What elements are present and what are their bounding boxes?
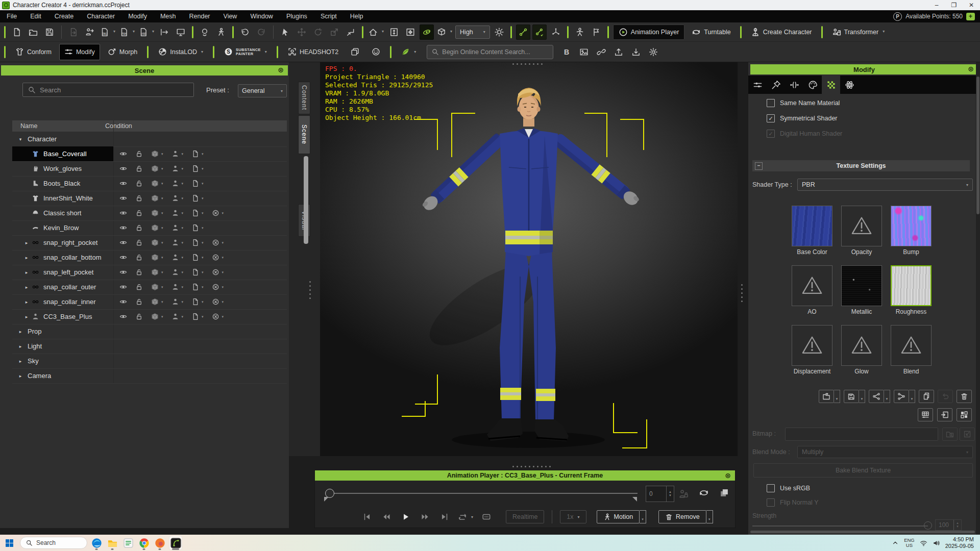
load-texture-button[interactable] xyxy=(819,390,834,403)
eye-toggle[interactable] xyxy=(119,194,127,202)
lock-toggle[interactable] xyxy=(135,165,143,172)
undo-button[interactable] xyxy=(238,24,252,40)
tree-row-character[interactable]: ▾Character xyxy=(12,132,287,147)
taskbar-app-edge[interactable] xyxy=(90,536,103,550)
expand-icon[interactable]: ▸ xyxy=(17,373,23,379)
texture-channel-metallic[interactable]: Metallic xyxy=(841,265,882,315)
texture-thumbnail[interactable] xyxy=(891,325,932,366)
uv-settings-button[interactable] xyxy=(918,408,933,421)
hidden-icons-chevron[interactable] xyxy=(892,539,899,546)
add-points-button[interactable]: + xyxy=(966,13,975,20)
copy-texture-button[interactable] xyxy=(919,390,934,403)
tree-row-kevin-brow[interactable]: Kevin_Brow▾▾▾ xyxy=(12,220,287,236)
page-toggle[interactable]: ▾ xyxy=(191,224,204,232)
page-toggle[interactable]: ▾ xyxy=(191,268,204,276)
collapse-icon[interactable]: ▾ xyxy=(17,137,23,142)
share-texture-button[interactable] xyxy=(894,390,909,403)
splitter-handle-right[interactable] xyxy=(741,284,743,302)
go-to-end-button[interactable] xyxy=(437,509,452,524)
tab-morph[interactable] xyxy=(785,76,803,94)
conform-tab[interactable]: Conform xyxy=(11,44,56,60)
tab-attributes[interactable] xyxy=(748,76,767,94)
texture-channel-displacement[interactable]: Displacement xyxy=(792,325,832,375)
language-indicator[interactable]: ENGUS xyxy=(904,538,915,548)
taskbar-app-chrome[interactable] xyxy=(137,536,151,550)
go-to-start-button[interactable] xyxy=(360,509,374,524)
texture-thumbnail[interactable] xyxy=(792,325,832,366)
tree-row-base-coverall[interactable]: Base_Coverall▾▾▾ xyxy=(12,146,287,162)
personf-toggle[interactable]: ▾ xyxy=(172,254,184,261)
modify-panel-header[interactable]: Modify ⊗ xyxy=(750,64,978,74)
texture-channel-base-color[interactable]: Base Color xyxy=(792,206,832,256)
menu-view[interactable]: View xyxy=(217,10,244,22)
link-texture-button[interactable] xyxy=(869,390,884,403)
page-toggle[interactable]: ▾ xyxy=(191,180,204,187)
checkbox-symmetrical-shader[interactable]: ✓Symmetrical Shader xyxy=(767,114,838,122)
create-character-button-button[interactable]: Create Character xyxy=(746,24,817,40)
bold-tool-button[interactable]: B xyxy=(559,44,574,60)
texture-channel-ao[interactable]: AO xyxy=(792,265,832,315)
eye-toggle[interactable] xyxy=(119,254,127,261)
menu-script[interactable]: Script xyxy=(314,10,344,22)
gizmo-settings-button[interactable] xyxy=(549,24,563,40)
lock-toggle[interactable] xyxy=(135,239,143,246)
eye-toggle[interactable] xyxy=(119,313,127,320)
quality-dropdown[interactable]: High▾ xyxy=(455,26,490,39)
menu-character[interactable]: Character xyxy=(80,10,121,22)
checkbox-same-name-material[interactable]: Same Name Material xyxy=(767,99,840,107)
close-button[interactable]: ✕ xyxy=(963,0,980,10)
crosscircle-toggle[interactable]: ▾ xyxy=(212,283,224,291)
expand-icon[interactable]: ▸ xyxy=(17,344,23,349)
modify-hscrollbar[interactable] xyxy=(750,531,975,533)
headshot2-tab[interactable]: HEADSHOT2 xyxy=(283,44,343,60)
material-layout-button[interactable] xyxy=(957,408,972,421)
settings-button[interactable] xyxy=(646,44,660,60)
lock-toggle[interactable] xyxy=(135,298,143,306)
save-project-button[interactable] xyxy=(42,24,57,40)
eye-toggle[interactable] xyxy=(119,209,127,217)
menu-edit[interactable]: Edit xyxy=(23,10,48,22)
wifi-icon[interactable] xyxy=(920,539,927,547)
morph-tab[interactable]: Morph xyxy=(103,44,142,60)
texture-thumbnail[interactable] xyxy=(792,206,832,246)
camera-view-button[interactable]: ▾ xyxy=(436,24,453,40)
tree-row-snap-collar-outer[interactable]: ▸snap_collar_outer▾▾▾▾ xyxy=(12,280,287,295)
personf-toggle[interactable]: ▾ xyxy=(172,283,184,291)
eye-toggle[interactable] xyxy=(119,268,127,276)
eye-toggle[interactable] xyxy=(119,150,127,158)
taskbar-app-file-explorer[interactable] xyxy=(106,536,119,550)
tree-row-sky[interactable]: ▸Sky xyxy=(12,354,287,369)
cube-toggle[interactable]: ▾ xyxy=(151,283,163,291)
taskbar-app-notes[interactable] xyxy=(121,536,135,550)
flag-tool-button[interactable] xyxy=(589,24,603,40)
character-pose-button[interactable] xyxy=(573,24,587,40)
shader-type-dropdown[interactable]: PBR ▾ xyxy=(797,179,973,191)
character-model[interactable] xyxy=(320,62,738,456)
collapse-icon[interactable]: – xyxy=(755,162,763,170)
eye-toggle[interactable] xyxy=(119,298,127,306)
page-toggle[interactable]: ▾ xyxy=(191,298,204,306)
personf-toggle[interactable]: ▾ xyxy=(172,313,184,320)
eye-toggle[interactable] xyxy=(119,165,127,172)
tab-material[interactable] xyxy=(822,76,840,94)
facial-profile[interactable] xyxy=(367,44,385,60)
menu-mesh[interactable]: Mesh xyxy=(154,10,183,22)
cube-toggle[interactable]: ▾ xyxy=(151,239,163,246)
tree-row-boots-black[interactable]: Boots_Black▾▾▾ xyxy=(12,176,287,191)
tree-row-classic-short[interactable]: Classic short▾▾▾▾ xyxy=(12,206,287,221)
motion-tool-button[interactable] xyxy=(214,24,228,40)
link-tool-button[interactable] xyxy=(594,44,608,60)
expand-icon[interactable]: ▸ xyxy=(23,240,30,245)
home-view-button[interactable]: ▾ xyxy=(368,24,385,40)
personf-toggle[interactable]: ▾ xyxy=(172,209,184,217)
personf-toggle[interactable]: ▾ xyxy=(172,268,184,276)
personf-toggle[interactable]: ▾ xyxy=(172,239,184,246)
crosscircle-toggle[interactable]: ▾ xyxy=(212,313,224,320)
side-tab-scene[interactable]: Scene xyxy=(298,115,310,154)
menu-modify[interactable]: Modify xyxy=(121,10,154,22)
page-toggle[interactable]: ▾ xyxy=(191,209,204,217)
volume-icon[interactable] xyxy=(933,539,940,547)
maximize-button[interactable]: ❐ xyxy=(945,0,963,10)
save-texture-button[interactable] xyxy=(844,390,859,403)
substance-painter-tab[interactable]: SSUBSTANCEPAINTER▾ xyxy=(219,44,272,60)
